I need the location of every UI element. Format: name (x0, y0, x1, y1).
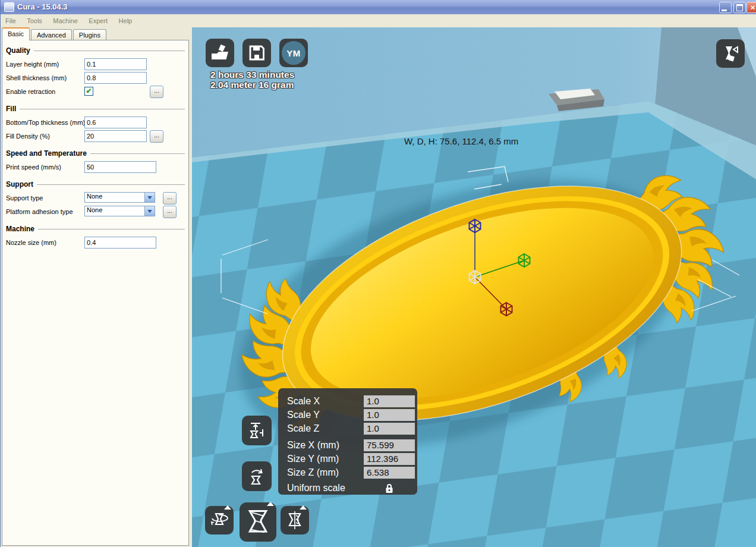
build-plate-scene (192, 27, 756, 547)
retraction-more-button[interactable]: ... (150, 86, 163, 98)
setting-row: Print speed (mm/s) (2, 161, 188, 174)
submenu-triangle-icon (300, 505, 307, 510)
3d-viewport[interactable]: YM 2 hours 33 minutes 2.04 meter 16 gram… (192, 27, 756, 547)
scale-to-max-button[interactable] (242, 416, 272, 445)
model-dimensions-label: W, D, H: 75.6, 112.4, 6.5 mm (404, 136, 518, 146)
chevron-down-icon (147, 210, 152, 213)
tab-basic[interactable]: Basic (2, 27, 30, 40)
section-machine: Machine (6, 225, 185, 233)
menu-bar: File Tools Machine Expert Help (1, 14, 756, 27)
setting-row: Enable retraction ✔ ... (2, 85, 188, 99)
tab-advanced[interactable]: Advanced (31, 29, 72, 40)
scale-to-max-icon (247, 421, 266, 440)
submenu-triangle-icon (267, 502, 274, 506)
rotate-tool-button[interactable] (205, 506, 234, 535)
nozzle-size-input[interactable] (84, 237, 156, 249)
youmagine-icon: YM (282, 41, 305, 65)
uniform-scale-row: Uniform scale (287, 480, 417, 496)
tab-bar: Basic Advanced Plugins (2, 29, 108, 40)
adhesion-more-button[interactable]: ... (163, 206, 177, 218)
minimize-icon (722, 10, 727, 11)
setting-row: Support type None ... (2, 191, 188, 205)
menu-tools[interactable]: Tools (27, 14, 42, 27)
title-bar[interactable]: Cura - 15.04.3 × (1, 0, 756, 14)
dropdown-button[interactable] (144, 206, 155, 216)
print-stats: 2 hours 33 minutes 2.04 meter 16 gram (210, 70, 294, 90)
scale-y-field[interactable]: 1.0 (364, 409, 415, 421)
scale-tool-button[interactable] (240, 502, 276, 542)
uniform-scale-lock-toggle[interactable] (364, 483, 415, 494)
view-mode-button[interactable] (716, 39, 745, 68)
mirror-tool-button[interactable] (281, 506, 309, 535)
material-usage: 2.04 meter 16 gram (210, 80, 294, 90)
scale-row: Size Z (mm) 6.538 (287, 466, 417, 479)
share-youmagine-button[interactable]: YM (279, 39, 308, 67)
setting-row: Shell thickness (mm) (2, 71, 188, 85)
check-icon: ✔ (86, 87, 92, 95)
scale-row: Scale X 1.0 (287, 394, 417, 408)
print-speed-input[interactable] (84, 161, 156, 173)
section-fill: Fill (6, 105, 185, 113)
section-quality: Quality (6, 46, 185, 55)
scale-reset-icon (247, 467, 266, 486)
size-y-field[interactable]: 112.396 (364, 453, 415, 465)
menu-help[interactable]: Help (119, 14, 133, 27)
support-more-button[interactable]: ... (163, 192, 177, 205)
minimize-button[interactable] (719, 2, 732, 13)
menu-expert[interactable]: Expert (89, 14, 108, 27)
enable-retraction-checkbox[interactable]: ✔ (84, 87, 93, 96)
maximize-button[interactable] (733, 2, 746, 13)
scale-icon (245, 508, 271, 536)
basic-settings-page: Quality Layer height (mm) Shell thicknes… (2, 40, 189, 546)
settings-panel: Basic Advanced Plugins Quality Layer hei… (1, 27, 192, 547)
dropdown-button[interactable] (144, 193, 155, 202)
fill-more-button[interactable]: ... (150, 130, 163, 143)
save-toolpath-button[interactable] (242, 39, 271, 67)
close-icon: × (751, 3, 755, 12)
scale-row: Scale Y 1.0 (287, 408, 417, 422)
window-title: Cura - 15.04.3 (17, 0, 68, 14)
scale-row: Size X (mm) 75.599 (287, 438, 417, 452)
scale-reset-button[interactable] (242, 461, 272, 491)
cura-window: { "window": { "title": "Cura - 15.04.3" … (0, 0, 756, 547)
save-icon (247, 43, 266, 62)
setting-row: Fill Density (%) ... (2, 130, 188, 143)
section-speed-temperature: Speed and Temperature (6, 149, 185, 158)
app-icon (4, 2, 14, 12)
chevron-down-icon (147, 196, 152, 199)
support-type-select[interactable]: None (84, 192, 155, 203)
scale-z-field[interactable]: 1.0 (364, 423, 415, 435)
tab-plugins[interactable]: Plugins (73, 29, 106, 40)
menu-file[interactable]: File (5, 14, 16, 27)
bottom-top-thickness-input[interactable] (84, 117, 147, 128)
setting-row: Platform adhesion type None ... (2, 205, 188, 219)
menu-machine[interactable]: Machine (53, 14, 78, 27)
scale-settings-panel: Scale X 1.0 Scale Y 1.0 Scale Z 1.0 Size… (278, 388, 417, 495)
shell-thickness-input[interactable] (84, 72, 147, 84)
rotate-icon (209, 510, 229, 530)
section-support: Support (6, 180, 185, 188)
view-mode-icon (721, 44, 740, 63)
submenu-triangle-icon (224, 505, 231, 510)
size-x-field[interactable]: 75.599 (364, 439, 415, 451)
load-model-button[interactable] (206, 39, 234, 67)
setting-row: Bottom/Top thickness (mm) (2, 116, 188, 130)
maximize-icon (736, 4, 743, 11)
scale-row: Size Y (mm) 112.396 (287, 452, 417, 466)
setting-row: Nozzle size (mm) (2, 236, 188, 250)
close-button[interactable]: × (746, 2, 756, 13)
size-z-field[interactable]: 6.538 (364, 467, 415, 479)
scale-row: Scale Z 1.0 (287, 422, 417, 435)
load-model-icon (210, 43, 229, 62)
print-time: 2 hours 33 minutes (210, 70, 294, 80)
mirror-icon (285, 510, 305, 530)
setting-row: Layer height (mm) (2, 58, 188, 71)
scale-x-field[interactable]: 1.0 (364, 395, 415, 407)
platform-adhesion-select[interactable]: None (84, 206, 155, 216)
layer-height-input[interactable] (84, 58, 147, 70)
fill-density-input[interactable] (84, 130, 147, 142)
lock-icon (385, 483, 394, 494)
